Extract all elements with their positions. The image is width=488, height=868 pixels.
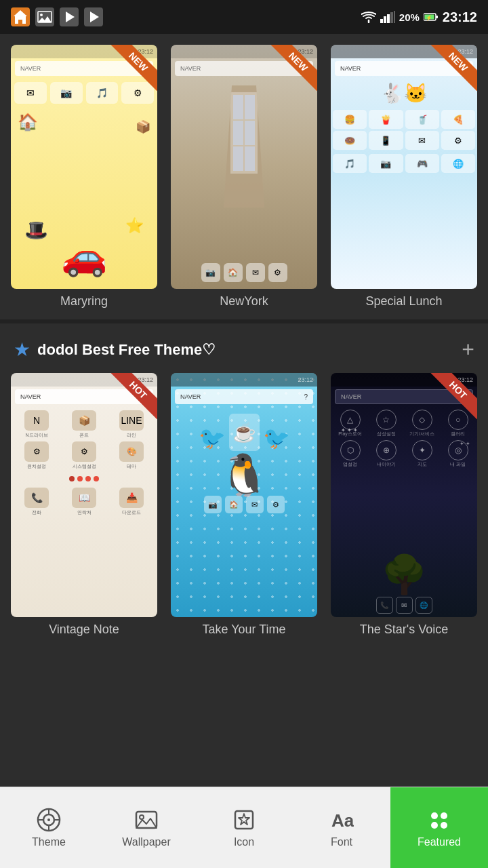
svg-point-33 — [441, 812, 447, 819]
new-badge-speciallunch: NEW — [429, 45, 477, 91]
new-ribbon-newyork: NEW — [263, 45, 317, 99]
theme-nav-icon — [37, 808, 61, 832]
svg-rect-13 — [390, 12, 393, 23]
new-badge-newyork: NEW — [269, 45, 317, 91]
takeyourtime-image: 23:12 NAVER ? 🐦 ☕ 🐦 🐧 — [171, 373, 317, 617]
new-ribbon-maryring: NEW — [103, 45, 157, 99]
theme-card-maryring[interactable]: 23:12 NAVER ✉ 📷 🎵 ⚙ 🚗 🎩 ⭐ — [11, 45, 157, 309]
nav-icon-label: Icon — [234, 836, 254, 848]
theme-card-starsvoice[interactable]: 23:12 NAVER △ Play스토어 ☆ 삼 — [331, 373, 477, 637]
speciallunch-label: Special Lunch — [331, 294, 477, 309]
signal-icon — [380, 11, 395, 23]
newyork-label: NewYork — [171, 294, 317, 309]
svg-point-27 — [140, 815, 144, 819]
nav-theme[interactable]: Theme — [0, 787, 98, 868]
nav-featured-label: Featured — [418, 836, 461, 848]
star-icon: ★ — [14, 338, 30, 361]
svg-point-35 — [441, 822, 447, 829]
nav-featured[interactable]: Featured — [390, 787, 488, 868]
svg-rect-16 — [436, 16, 438, 18]
nav-wallpaper-label: Wallpaper — [122, 836, 170, 848]
font-nav-icon: Aa — [329, 808, 354, 832]
hot-badge-starsvoice: HOT — [429, 373, 477, 419]
svg-marker-28 — [136, 818, 157, 828]
hot-ribbon-vintage: HOT — [103, 373, 157, 427]
status-bar: 20% ⚡ 23:12 — [0, 0, 488, 34]
nav-icon[interactable]: Icon — [195, 787, 293, 868]
takeyourtime-label: Take Your Time — [171, 623, 317, 637]
new-badge-maryring: NEW — [109, 45, 157, 91]
theme-card-vintage[interactable]: 23:12 NAVER 🎤 N N드라이브 📦 — [11, 373, 157, 637]
main-content[interactable]: 23:12 NAVER ✉ 📷 🎵 ⚙ 🚗 🎩 ⭐ — [0, 34, 488, 787]
hot-ribbon-starsvoice: HOT — [423, 373, 477, 427]
vintage-image: 23:12 NAVER 🎤 N N드라이브 📦 — [11, 373, 157, 617]
svg-rect-12 — [387, 14, 390, 23]
wallpaper-nav-icon — [134, 808, 159, 832]
best-free-header: ★ dodol Best Free Theme♡ + — [11, 323, 477, 373]
svg-text:Aa: Aa — [331, 810, 354, 831]
new-themes-grid: 23:12 NAVER ✉ 📷 🎵 ⚙ 🚗 🎩 ⭐ — [11, 45, 477, 309]
status-left-icons — [11, 7, 103, 26]
newyork-image: 23:12 NAVER — [171, 45, 317, 289]
vintage-label: Vintage Note — [11, 623, 157, 637]
starsvoice-label: The Star's Voice — [331, 623, 477, 637]
bottom-nav: Theme Wallpaper Icon Aa Font Featur — [0, 787, 488, 868]
svg-text:⚡: ⚡ — [426, 14, 432, 21]
maryring-label: Maryring — [11, 294, 157, 309]
svg-marker-30 — [239, 814, 249, 825]
battery-icon: ⚡ — [424, 12, 439, 22]
best-free-grid: 23:12 NAVER 🎤 N N드라이브 📦 — [11, 373, 477, 637]
svg-point-21 — [47, 818, 50, 821]
svg-point-4 — [40, 14, 43, 16]
theme-card-takeyourtime[interactable]: 23:12 NAVER ? 🐦 ☕ 🐦 🐧 — [171, 373, 317, 637]
nav-font[interactable]: Aa Font — [293, 787, 390, 868]
play-icon — [60, 7, 79, 26]
starsvoice-image: 23:12 NAVER △ Play스토어 ☆ 삼 — [331, 373, 477, 617]
best-free-section: ★ dodol Best Free Theme♡ + 23:12 NAVER 🎤 — [0, 323, 488, 648]
nav-wallpaper[interactable]: Wallpaper — [98, 787, 195, 868]
best-free-title: dodol Best Free Theme♡ — [37, 341, 216, 359]
new-ribbon-speciallunch: NEW — [423, 45, 477, 99]
svg-point-34 — [431, 822, 438, 829]
svg-rect-26 — [136, 812, 157, 828]
icon-nav-icon — [232, 808, 256, 832]
nav-theme-label: Theme — [32, 836, 66, 848]
hot-badge-vintage: HOT — [109, 373, 157, 419]
battery-text: 20% — [399, 12, 420, 23]
nav-font-label: Font — [331, 836, 352, 848]
play2-icon — [84, 7, 103, 26]
time: 23:12 — [443, 9, 477, 25]
svg-rect-14 — [394, 11, 395, 23]
featured-nav-icon — [427, 808, 451, 832]
best-free-title-group: ★ dodol Best Free Theme♡ — [14, 338, 216, 361]
new-themes-section: 23:12 NAVER ✉ 📷 🎵 ⚙ 🚗 🎩 ⭐ — [0, 34, 488, 319]
status-right-info: 20% ⚡ 23:12 — [361, 9, 477, 25]
home-icon — [11, 7, 30, 26]
svg-rect-11 — [384, 16, 386, 23]
svg-point-32 — [431, 812, 438, 819]
speciallunch-image: 23:12 NAVER 🐇🐱 🍔 🍟 🥤 🍕 🍩 — [331, 45, 477, 289]
wifi-icon — [361, 11, 376, 23]
theme-card-newyork[interactable]: 23:12 NAVER — [171, 45, 317, 309]
plus-button[interactable]: + — [462, 337, 474, 362]
maryring-image: 23:12 NAVER ✉ 📷 🎵 ⚙ 🚗 🎩 ⭐ — [11, 45, 157, 289]
svg-rect-10 — [380, 19, 383, 23]
image-icon — [35, 7, 54, 26]
theme-card-speciallunch[interactable]: 23:12 NAVER 🐇🐱 🍔 🍟 🥤 🍕 🍩 — [331, 45, 477, 309]
